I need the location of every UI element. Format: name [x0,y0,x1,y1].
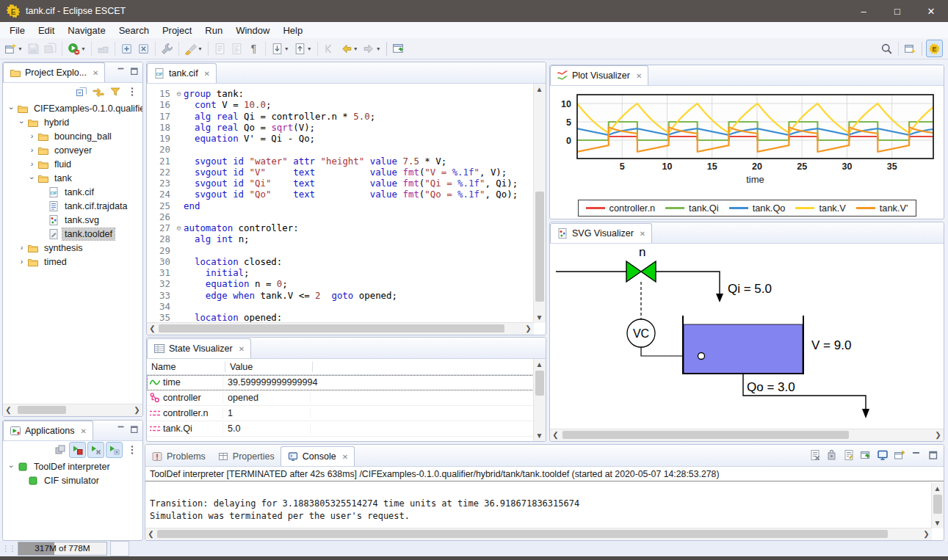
close-icon[interactable]: ✕ [239,345,245,353]
explorer-item-tank-svg[interactable]: tank.svg [3,213,142,227]
maximize-view-icon[interactable] [129,424,140,434]
code-line-27[interactable]: 27⊖automaton controller: [147,222,534,233]
scroll-lock-button[interactable] [824,448,839,462]
dropdown-arrow-icon[interactable]: ▼ [307,46,312,51]
display-console-button[interactable] [875,448,890,462]
editor-vscrollbar[interactable]: ▲ ▼ [533,84,546,323]
prev-annotation-button[interactable]: ▼ [292,40,314,57]
dropdown-arrow-icon[interactable]: ▼ [353,46,358,51]
code-line-34[interactable]: 34 [147,301,534,312]
tab-properties[interactable]: Properties [211,447,281,466]
tab-svg-visualizer[interactable]: SVG Visualizer ✕ [550,223,652,243]
code-line-17[interactable]: 17 alg real Qi = controller.n * 5.0; [147,111,534,122]
pin-console-button[interactable] [858,448,873,462]
dropdown-arrow-icon[interactable]: ▼ [284,46,289,51]
escet-perspective-button[interactable]: E [926,40,943,57]
run-tool-button[interactable]: ▼ [66,40,87,57]
svg-hscrollbar[interactable]: ❮ ❯ [550,429,944,441]
next-annotation-button[interactable]: ▼ [269,40,291,57]
column-header-name[interactable]: Name [147,362,225,372]
search-button[interactable] [879,40,894,57]
expander-open-icon[interactable]: › [16,115,27,129]
state-row-controller-n[interactable]: controller.n 1 [147,406,546,421]
tab-console[interactable]: Console✕ [281,446,355,466]
box-plus-button[interactable] [119,40,134,57]
fold-collapse-icon[interactable]: ⊖ [174,222,184,233]
applications-item-cif-simulator[interactable]: CIF simulator [3,473,142,487]
explorer-item-fluid[interactable]: ›fluid [3,157,142,171]
code-line-23[interactable]: 23 svgout id "Qi" text value fmt("Qi = %… [147,178,534,189]
menu-edit[interactable]: Edit [32,23,61,37]
expander-closed-icon[interactable]: › [26,157,37,171]
close-icon[interactable]: ✕ [80,427,86,435]
minimize-view-icon[interactable] [116,424,126,434]
expander-closed-icon[interactable]: › [26,143,37,157]
close-icon[interactable]: ✕ [636,72,642,80]
pilcrow-button[interactable]: ¶ [246,40,261,57]
explorer-item-conveyer[interactable]: ›conveyer [3,143,142,157]
menu-file[interactable]: File [3,23,32,37]
code-line-29[interactable]: 29 [147,245,534,256]
editor-hscrollbar[interactable]: ❮ ❯ [147,322,534,335]
code-line-21[interactable]: 21 svgout id "water" attr "height" value… [147,156,534,167]
code-line-19[interactable]: 19 equation V' = Qi - Qo; [147,133,534,144]
menu-project[interactable]: Project [156,23,198,37]
run-gc-button[interactable] [110,541,129,556]
tab-tank-cif[interactable]: CIF tank.cif ✕ [147,63,217,83]
close-icon[interactable]: ✕ [640,230,645,238]
code-line-32[interactable]: 32 equation n = 0; [147,278,534,289]
collapse-all-button[interactable] [73,84,89,99]
code-line-28[interactable]: 28 alg int n; [147,233,534,244]
dropdown-arrow-icon[interactable]: ▼ [81,46,86,51]
back-button[interactable]: ▼ [339,40,360,57]
explorer-item-synthesis[interactable]: ›synthesis [3,241,142,255]
code-line-35[interactable]: 35 location opened: [147,312,534,323]
explorer-item-tank-cif[interactable]: CIFtank.cif [3,185,142,199]
minimize-button[interactable] [908,448,924,462]
explorer-item-cifexamples-0-1-0-qualifier[interactable]: ›CIFExamples-0.1.0.qualifier [3,101,142,115]
close-icon[interactable]: ✕ [204,70,210,78]
maximize-button[interactable] [925,448,941,462]
close-button[interactable]: ✕ [914,0,948,22]
expander-closed-icon[interactable]: › [16,241,27,255]
code-line-20[interactable]: 20 [147,144,534,155]
expander-open-icon[interactable]: › [26,171,37,185]
code-line-22[interactable]: 22 svgout id "V" text value fmt("V = %.1… [147,167,534,178]
word-wrap-button[interactable] [841,448,856,462]
menu-navigate[interactable]: Navigate [61,23,112,37]
console-vscrollbar[interactable]: ▲ ▼ [931,483,944,528]
menu-help[interactable]: Help [276,23,309,37]
expander-closed-icon[interactable]: › [16,255,27,269]
apps-add-button[interactable] [106,442,123,458]
apps-dup-button[interactable] [52,443,68,457]
statusbar-grip[interactable]: ⋮⋮ [2,545,15,553]
tab-plot-visualizer[interactable]: Plot Visualizer ✕ [550,65,648,85]
dropdown-arrow-icon[interactable]: ▼ [18,46,23,51]
explorer-item-tank-tooldef[interactable]: tank.tooldef [3,227,142,241]
expander-open-icon[interactable]: › [6,459,17,473]
forward-button[interactable]: ▼ [361,40,383,57]
code-line-15[interactable]: 15⊖group tank: [147,88,534,99]
explorer-item-tank-cif-trajdata[interactable]: tank.cif.trajdata [3,199,142,213]
open-perspective-button[interactable] [902,40,918,57]
code-editor[interactable]: 15⊖group tank:16 cont V = 10.0;17 alg re… [147,83,534,323]
code-line-25[interactable]: 25end [147,200,534,211]
tab-applications[interactable]: Applications ✕ [3,421,93,440]
new-wizard-button[interactable]: ▼ [3,40,24,57]
code-line-30[interactable]: 30 location closed: [147,256,534,267]
link-editor-button[interactable] [90,84,106,99]
code-line-16[interactable]: 16 cont V = 10.0; [147,99,534,110]
fold-collapse-icon[interactable]: ⊖ [174,88,184,99]
tab-project-explorer[interactable]: Project Explo... ✕ [3,62,105,82]
explorer-item-tank[interactable]: ›tank [3,171,142,185]
minimize-button[interactable]: – [847,0,880,22]
explorer-hscrollbar[interactable]: ❮ ❯ [3,404,142,416]
console-hscrollbar[interactable]: ❮ ❯ [145,528,932,540]
view-menu-button[interactable] [124,84,140,99]
menu-run[interactable]: Run [198,23,229,37]
close-icon[interactable]: ✕ [342,453,348,461]
maximize-view-icon[interactable] [129,66,140,76]
close-icon[interactable]: ✕ [93,69,98,77]
minimize-view-icon[interactable] [116,66,126,76]
state-row-controller[interactable]: controller opened [147,390,546,406]
